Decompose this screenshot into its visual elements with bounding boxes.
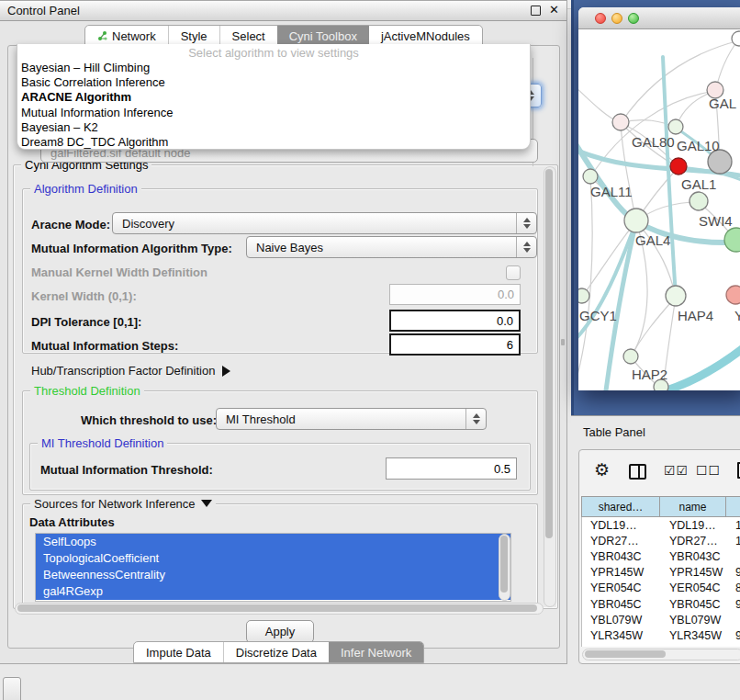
- attributes-list-scrollbar[interactable]: [499, 534, 510, 601]
- table-row[interactable]: YBR045CYBR045C9.: [582, 596, 740, 612]
- network-node-gal1[interactable]: [690, 192, 708, 210]
- table-row[interactable]: YER054CYER054C8.: [582, 581, 740, 596]
- collapse-down-arrow-icon: [201, 500, 212, 507]
- network-view-window[interactable]: GAL GAL80 GAL10 GAL11 GAL1 SWI4 GAL4 GCY…: [578, 7, 740, 390]
- network-icon: [97, 30, 108, 41]
- algorithm-option[interactable]: Bayesian – K2: [17, 120, 530, 135]
- network-node-hap2[interactable]: [623, 349, 638, 364]
- manual-kernel-width-checkbox[interactable]: [506, 265, 521, 280]
- table-row[interactable]: YIL052CYIL052C0.: [582, 644, 740, 648]
- data-attributes-list[interactable]: SelfLoops TopologicalCoefficient Between…: [35, 533, 511, 602]
- attribute-item[interactable]: TopologicalCoefficient: [36, 550, 510, 567]
- node-attribute-table: shared… name A YDL19…YDL19…13 YDR27…YDR2…: [581, 496, 740, 647]
- zoom-traffic-light-icon[interactable]: [628, 13, 639, 24]
- apply-button[interactable]: Apply: [246, 620, 314, 643]
- network-node-gal10[interactable]: [668, 119, 683, 134]
- kernel-width-input[interactable]: [389, 284, 521, 305]
- columns-icon[interactable]: [629, 464, 646, 480]
- tab-style[interactable]: Style: [168, 26, 219, 46]
- which-threshold-combobox[interactable]: MI Threshold: [216, 408, 487, 430]
- control-panel-window: Control Panel ✕ Network Style Select: [0, 0, 567, 664]
- network-node-gcy1[interactable]: [578, 288, 589, 303]
- cell: YBR045C: [582, 598, 661, 611]
- scrollbar-thumb[interactable]: [545, 169, 553, 538]
- close-icon[interactable]: ✕: [549, 3, 559, 17]
- scrollbar-thumb[interactable]: [500, 536, 508, 593]
- scrollbar-thumb[interactable]: [17, 604, 537, 612]
- algorithm-option[interactable]: Mutual Information Inference: [17, 106, 530, 120]
- deselect-all-checkboxes-icon[interactable]: ☐☐: [696, 463, 721, 478]
- cell: YER054C: [661, 581, 727, 594]
- cell: 9.: [727, 566, 740, 579]
- network-window-titlebar[interactable]: [578, 7, 740, 29]
- dpi-tolerance-input[interactable]: [389, 310, 521, 332]
- column-header[interactable]: A: [726, 496, 740, 517]
- minimize-traffic-light-icon[interactable]: [611, 13, 622, 24]
- mi-threshold-input[interactable]: [386, 457, 517, 480]
- network-node-gal4[interactable]: [624, 209, 648, 232]
- table-row[interactable]: YBR043CYBR043C: [582, 548, 740, 564]
- cell: YER054C: [582, 581, 661, 594]
- aracne-mode-combobox[interactable]: Discovery: [112, 212, 537, 234]
- tab-discretize-data-label: Discretize Data: [236, 646, 317, 660]
- algorithm-option[interactable]: Bayesian – Hill Climbing: [17, 61, 530, 75]
- cell: 8.: [727, 581, 740, 594]
- select-all-checkboxes-icon[interactable]: ☑☑: [664, 463, 689, 478]
- tab-infer-network[interactable]: Infer Network: [329, 642, 423, 662]
- network-canvas[interactable]: GAL GAL80 GAL10 GAL11 GAL1 SWI4 GAL4 GCY…: [578, 29, 740, 390]
- algorithm-option[interactable]: Basic Correlation Inference: [17, 75, 530, 90]
- threshold-definition-title: Threshold Definition: [30, 384, 144, 398]
- cell: YDL19…: [582, 519, 661, 532]
- column-header[interactable]: name: [660, 496, 726, 517]
- cyni-bottom-tabbar: Impute Data Discretize Data Infer Networ…: [133, 641, 424, 663]
- network-node[interactable]: [732, 31, 740, 46]
- cell: 9.: [727, 598, 740, 611]
- table-horizontal-scrollbar[interactable]: [582, 649, 740, 660]
- control-panel-titlebar[interactable]: Control Panel ✕: [0, 1, 566, 21]
- mi-algorithm-type-combobox[interactable]: Naive Bayes: [246, 236, 537, 258]
- cell: YLR345W: [661, 629, 727, 642]
- table-row[interactable]: YDL19…YDL19…13: [582, 517, 740, 533]
- table-row[interactable]: YBL079WYBL079W: [582, 612, 740, 627]
- tab-impute-data[interactable]: Impute Data: [134, 642, 223, 662]
- algorithm-option-selected[interactable]: ARACNE Algorithm: [17, 90, 530, 105]
- combo-down-arrow-icon: [473, 420, 480, 424]
- table-header-row: shared… name A: [581, 496, 740, 517]
- float-window-icon[interactable]: [531, 6, 541, 16]
- attribute-item[interactable]: BetweennessCentrality: [36, 567, 510, 583]
- split-pane-handle[interactable]: [561, 339, 565, 345]
- network-node-swi4[interactable]: [724, 228, 740, 252]
- tab-network[interactable]: Network: [85, 26, 168, 46]
- minimized-panel-button[interactable]: [3, 677, 21, 700]
- sources-group-title[interactable]: Sources for Network Inference: [30, 497, 216, 511]
- network-node-hap4[interactable]: [666, 286, 686, 306]
- node-label: SWI4: [699, 213, 733, 229]
- gear-icon[interactable]: ⚙: [594, 461, 610, 480]
- mi-steps-input[interactable]: [389, 333, 521, 356]
- tab-select[interactable]: Select: [219, 26, 277, 46]
- cell: YPR145W: [582, 566, 661, 579]
- cell: YLR345W: [582, 629, 661, 642]
- close-traffic-light-icon[interactable]: [595, 13, 606, 24]
- scrollbar-thumb[interactable]: [585, 650, 666, 658]
- tab-discretize-data[interactable]: Discretize Data: [223, 642, 329, 662]
- tab-jactivemnodules[interactable]: jActiveMNodules: [369, 26, 482, 46]
- network-node-red[interactable]: [670, 158, 687, 175]
- attribute-item[interactable]: gal4RGexp: [36, 583, 510, 600]
- attribute-item[interactable]: SelfLoops: [36, 534, 510, 550]
- settings-horizontal-scrollbar[interactable]: [15, 603, 544, 615]
- network-node-salmon[interactable]: [726, 286, 740, 304]
- cell: YBR043C: [582, 550, 661, 563]
- network-node-gal11[interactable]: [583, 169, 598, 184]
- network-node-gal80[interactable]: [612, 114, 629, 130]
- tab-style-label: Style: [181, 29, 207, 43]
- column-header[interactable]: shared…: [581, 496, 660, 517]
- table-row[interactable]: YDR27…YDR27…12: [582, 533, 740, 548]
- algorithm-option[interactable]: Dream8 DC_TDC Algorithm: [17, 135, 530, 150]
- hub-definition-toggle[interactable]: Hub/Transcription Factor Definition: [31, 364, 230, 378]
- table-body[interactable]: YDL19…YDL19…13 YDR27…YDR27…12 YBR043CYBR…: [581, 517, 740, 647]
- table-row[interactable]: YPR145WYPR145W9.: [582, 565, 740, 581]
- settings-vertical-scrollbar[interactable]: [544, 166, 556, 607]
- tab-cyni-toolbox[interactable]: Cyni Toolbox: [277, 26, 369, 46]
- table-row[interactable]: YLR345WYLR345W9.: [582, 627, 740, 643]
